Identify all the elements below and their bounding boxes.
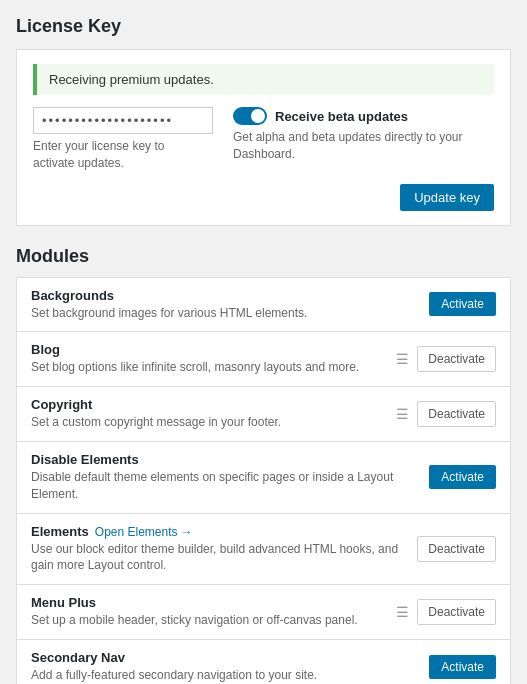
license-section: License Key Receiving premium updates. E… [16,16,511,226]
module-description: Set a custom copyright message in your f… [31,414,386,431]
activate-button[interactable]: Activate [429,292,496,316]
beta-description: Get alpha and beta updates directly to y… [233,129,494,163]
deactivate-button[interactable]: Deactivate [417,346,496,372]
modules-section: Modules BackgroundsSet background images… [16,246,511,684]
module-description: Set blog options like infinite scroll, m… [31,359,386,376]
settings-icon[interactable]: ☰ [396,407,409,421]
beta-toggle-label: Receive beta updates [275,109,408,124]
module-info: Menu PlusSet up a mobile header, sticky … [31,595,386,629]
module-info: BlogSet blog options like infinite scrol… [31,342,386,376]
module-name: Backgrounds [31,288,419,303]
module-description: Use our block editor theme builder, buil… [31,541,407,575]
license-footer: Update key [33,184,494,211]
module-info: BackgroundsSet background images for var… [31,288,419,322]
module-item: ElementsOpen Elements →Use our block edi… [16,513,511,585]
module-description: Set background images for various HTML e… [31,305,419,322]
module-open-link[interactable]: Open Elements → [95,525,193,539]
module-item: Secondary NavAdd a fully-featured second… [16,639,511,684]
module-actions: ☰Deactivate [396,599,496,625]
update-key-button[interactable]: Update key [400,184,494,211]
module-item: Menu PlusSet up a mobile header, sticky … [16,584,511,639]
beta-toggle[interactable] [233,107,267,125]
module-name: Disable Elements [31,452,419,467]
activate-button[interactable]: Activate [429,655,496,679]
deactivate-button[interactable]: Deactivate [417,599,496,625]
module-description: Set up a mobile header, sticky navigatio… [31,612,386,629]
module-info: ElementsOpen Elements →Use our block edi… [31,524,407,575]
module-actions: ☰Deactivate [396,346,496,372]
module-name: ElementsOpen Elements → [31,524,407,539]
module-info: Disable ElementsDisable default theme el… [31,452,419,503]
modules-list: BackgroundsSet background images for var… [16,277,511,684]
module-item: Disable ElementsDisable default theme el… [16,441,511,513]
beta-toggle-row: Receive beta updates [233,107,494,125]
beta-group: Receive beta updates Get alpha and beta … [233,107,494,163]
settings-icon[interactable]: ☰ [396,605,409,619]
license-card: Receiving premium updates. Enter your li… [16,49,511,226]
license-input-group: Enter your license key to activate updat… [33,107,213,172]
license-row: Enter your license key to activate updat… [33,107,494,172]
module-actions: Activate [429,292,496,316]
module-actions: Activate [429,465,496,489]
module-item: BlogSet blog options like infinite scrol… [16,331,511,386]
module-actions: Deactivate [417,536,496,562]
module-item: BackgroundsSet background images for var… [16,277,511,332]
module-item: CopyrightSet a custom copyright message … [16,386,511,441]
module-name: Menu Plus [31,595,386,610]
settings-icon[interactable]: ☰ [396,352,409,366]
module-name: Copyright [31,397,386,412]
license-key-input[interactable] [33,107,213,134]
license-hint: Enter your license key to activate updat… [33,138,213,172]
modules-title: Modules [16,246,511,267]
module-name: Secondary Nav [31,650,419,665]
module-name: Blog [31,342,386,357]
module-actions: ☰Deactivate [396,401,496,427]
license-title: License Key [16,16,511,37]
module-info: CopyrightSet a custom copyright message … [31,397,386,431]
module-description: Add a fully-featured secondary navigatio… [31,667,419,684]
module-info: Secondary NavAdd a fully-featured second… [31,650,419,684]
module-actions: Activate [429,655,496,679]
deactivate-button[interactable]: Deactivate [417,536,496,562]
deactivate-button[interactable]: Deactivate [417,401,496,427]
module-description: Disable default theme elements on specif… [31,469,419,503]
activate-button[interactable]: Activate [429,465,496,489]
success-banner: Receiving premium updates. [33,64,494,95]
